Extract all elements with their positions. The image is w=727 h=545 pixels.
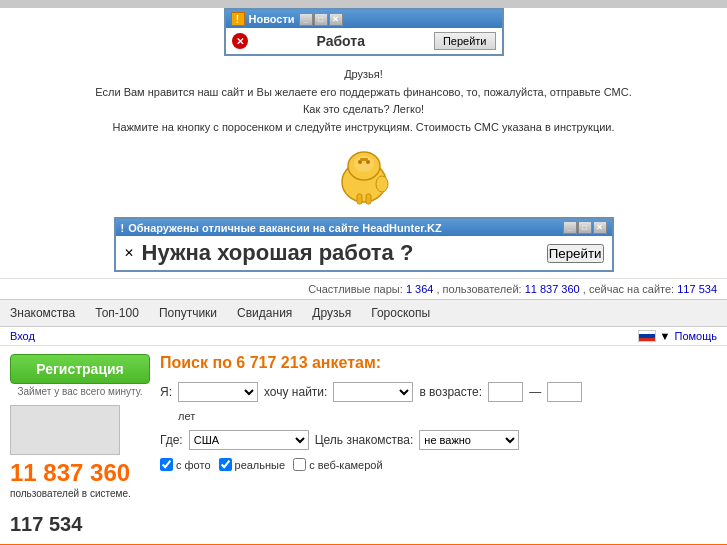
search-label-age: в возрасте:: [419, 385, 482, 399]
stats-text-prefix: Счастливые пары:: [308, 283, 406, 295]
flag-icon: [638, 330, 656, 342]
search-label-where: Где:: [160, 433, 183, 447]
register-button[interactable]: Регистрация: [10, 354, 150, 384]
login-link[interactable]: Вход: [10, 330, 35, 342]
online-count: 117 534: [10, 513, 150, 536]
online-users-link[interactable]: 117 534: [677, 283, 717, 295]
nav-companions[interactable]: Попутчики: [159, 304, 217, 322]
hh-x-icon: ✕: [124, 246, 134, 260]
user-count: 11 837 360: [10, 459, 150, 488]
looking-select[interactable]: Женщину: [333, 382, 413, 402]
search-title: Поиск по 6 717 213 анкетам:: [160, 354, 717, 372]
hh-warning-icon: !: [121, 222, 125, 234]
separator: ▼: [660, 330, 671, 342]
stats-bar: Счастливые пары: 1 364 , пользователей: …: [0, 278, 727, 299]
webcam-label: с веб-камерой: [309, 459, 382, 471]
friend-line4: Нажмите на кнопку с поросенком и следуйт…: [40, 119, 687, 137]
search-label-looking: хочу найти:: [264, 385, 327, 399]
hh-restore-btn[interactable]: □: [578, 221, 592, 234]
years-label: лет: [178, 410, 195, 422]
svg-point-5: [376, 176, 388, 192]
nav-row2-right: ▼ Помощь: [638, 330, 717, 342]
piggy-container: [0, 148, 727, 211]
sidebar: Регистрация Займет у вас всего минуту. 1…: [10, 354, 150, 536]
nav-top100[interactable]: Топ-100: [95, 304, 139, 322]
news-banner-title: ! Новости _ □ ✕: [226, 10, 502, 28]
hh-close-btn[interactable]: ✕: [593, 221, 607, 234]
search-area: Поиск по 6 717 213 анкетам: Я: Мужчина х…: [160, 354, 717, 536]
friend-line1: Друзья!: [40, 66, 687, 84]
gender-select[interactable]: Мужчина: [178, 382, 258, 402]
age-to-input[interactable]: [547, 382, 582, 402]
svg-rect-8: [360, 158, 368, 161]
nav-meetings[interactable]: Свидания: [237, 304, 292, 322]
reg-subtitle: Займет у вас всего минуту.: [10, 386, 150, 397]
window-controls[interactable]: _ □ ✕: [299, 13, 343, 26]
hh-banner: ! Обнаружены отличные вакансии на сайте …: [114, 217, 614, 272]
age-dash: —: [529, 385, 541, 399]
minimize-btn[interactable]: _: [299, 13, 313, 26]
nav-row2: Вход ▼ Помощь: [0, 327, 727, 346]
main-content: Регистрация Займет у вас всего минуту. 1…: [0, 346, 727, 544]
news-job-text: Работа: [254, 33, 428, 49]
news-banner-title-text: Новости: [249, 13, 295, 25]
photo-label: с фото: [176, 459, 211, 471]
real-checkbox[interactable]: [219, 458, 232, 471]
real-checkbox-label[interactable]: реальные: [219, 458, 286, 471]
hh-go-button[interactable]: Перейти: [547, 244, 604, 263]
age-from-input[interactable]: [488, 382, 523, 402]
location-select[interactable]: США: [189, 430, 309, 450]
hh-banner-text: Нужна хорошая работа ?: [142, 240, 539, 266]
news-banner-body: ✕ Работа Перейти: [226, 28, 502, 54]
hh-minimize-btn[interactable]: _: [563, 221, 577, 234]
webcam-checkbox-label[interactable]: с веб-камерой: [293, 458, 382, 471]
nav-friends[interactable]: Друзья: [312, 304, 351, 322]
real-label: реальные: [235, 459, 286, 471]
search-row-1: Я: Мужчина хочу найти: Женщину в возраст…: [160, 382, 717, 402]
checkbox-row: с фото реальные с веб-камерой: [160, 458, 717, 471]
friend-line2: Если Вам нравится наш сайт и Вы желаете …: [40, 84, 687, 102]
friend-line3: Как это сделать? Легко!: [40, 101, 687, 119]
warning-icon: !: [231, 12, 245, 26]
news-banner: ! Новости _ □ ✕ ✕ Работа Перейти: [224, 8, 504, 56]
news-go-button[interactable]: Перейти: [434, 32, 496, 50]
close-btn[interactable]: ✕: [329, 13, 343, 26]
hh-banner-title: ! Обнаружены отличные вакансии на сайте …: [116, 219, 612, 236]
restore-btn[interactable]: □: [314, 13, 328, 26]
hh-window-controls[interactable]: _ □ ✕: [563, 221, 607, 234]
nav-bar: Знакомства Топ-100 Попутчики Свидания Др…: [0, 299, 727, 327]
stats-text-users: , пользователей:: [436, 283, 524, 295]
x-icon: ✕: [232, 33, 248, 49]
help-link[interactable]: Помощь: [675, 330, 718, 342]
svg-rect-7: [366, 194, 371, 204]
webcam-checkbox[interactable]: [293, 458, 306, 471]
search-label-purpose: Цель знакомства:: [315, 433, 414, 447]
user-label: пользователей в системе.: [10, 488, 150, 499]
stats-text-online: , сейчас на сайте:: [583, 283, 677, 295]
nav-horoscopes[interactable]: Гороскопы: [371, 304, 430, 322]
nav-dating[interactable]: Знакомства: [10, 304, 75, 322]
hh-banner-body: ✕ Нужна хорошая работа ? Перейти: [116, 236, 612, 270]
piggy-icon[interactable]: [334, 148, 394, 208]
search-label-i: Я:: [160, 385, 172, 399]
sidebar-ad-box: [10, 405, 120, 455]
happy-pairs-link[interactable]: 1 364: [406, 283, 434, 295]
svg-rect-6: [357, 194, 362, 204]
search-row-2: Где: США Цель знакомства: не важно: [160, 430, 717, 450]
hh-banner-title-text: Обнаружены отличные вакансии на сайте He…: [128, 222, 442, 234]
friend-appeal: Друзья! Если Вам нравится наш сайт и Вы …: [0, 60, 727, 142]
purpose-select[interactable]: не важно: [419, 430, 519, 450]
search-years-row: лет: [160, 410, 717, 422]
total-users-link[interactable]: 11 837 360: [525, 283, 580, 295]
photo-checkbox[interactable]: [160, 458, 173, 471]
photo-checkbox-label[interactable]: с фото: [160, 458, 211, 471]
